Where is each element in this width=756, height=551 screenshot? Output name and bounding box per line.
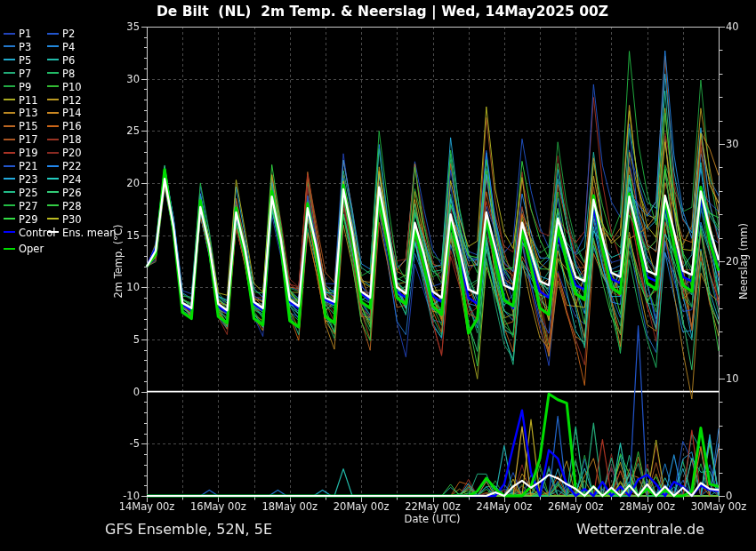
legend-item-p8-label: P8 — [62, 68, 75, 80]
legend-item-p4: P4 — [47, 41, 75, 53]
legend-item-p25-label: P25 — [19, 187, 38, 199]
legend-item-p6-swatch — [47, 59, 59, 60]
legend-item-oper: Oper — [4, 243, 44, 255]
legend-item-ens-mean-label: Ens. mean — [62, 227, 116, 239]
legend-item-p30: P30 — [47, 213, 82, 226]
legend-item-p24: P24 — [47, 173, 82, 186]
precip-tick-10: 10 — [726, 372, 739, 385]
legend-item-p13: P13 — [4, 107, 38, 119]
legend-item-p8-swatch — [47, 72, 59, 74]
temp-tick-25: 25 — [109, 124, 140, 137]
legend-item-p27: P27 — [4, 200, 38, 212]
legend-item-p9: P9 — [4, 81, 31, 93]
y-axis-label-right: Neerslag (mm) — [737, 223, 750, 299]
x-tick-0: 14May 00z — [109, 500, 184, 513]
legend-item-p11-label: P11 — [19, 94, 38, 107]
legend-item-p14-label: P14 — [62, 107, 82, 119]
legend-item-p18-label: P18 — [62, 133, 82, 146]
x-tick-48: 16May 00z — [181, 500, 255, 513]
site-credit-text: Wetterzentrale.de — [576, 521, 704, 538]
legend-item-p2-label: P2 — [62, 28, 75, 40]
legend-item-p18-swatch — [47, 139, 59, 140]
legend-item-p13-label: P13 — [19, 107, 38, 119]
temp-tick-30: 30 — [109, 73, 140, 85]
legend-item-p30-label: P30 — [62, 213, 82, 226]
legend-item-ens-mean: Ens. mean — [47, 227, 116, 239]
legend-item-p12: P12 — [47, 94, 82, 107]
legend-item-p22-swatch — [47, 165, 59, 167]
legend-item-p3-label: P3 — [19, 41, 31, 53]
legend-item-p16: P16 — [47, 120, 82, 132]
legend-item-p7-swatch — [4, 72, 15, 74]
legend-item-p4-label: P4 — [62, 41, 75, 53]
legend-item-p29-label: P29 — [19, 213, 38, 226]
model-info-text: GFS Ensemble, 52N, 5E — [105, 521, 272, 538]
legend-item-p24-label: P24 — [62, 173, 82, 186]
legend-item-p16-swatch — [47, 125, 59, 127]
legend-item-p3-swatch — [4, 45, 15, 47]
legend-item-p23-label: P23 — [19, 173, 38, 186]
x-tick-288: 26May 00z — [538, 500, 613, 513]
legend-item-p9-swatch — [4, 85, 15, 87]
legend-item-p26: P26 — [47, 187, 82, 199]
legend-item-p25: P25 — [4, 187, 38, 199]
temp-tick-0: 0 — [109, 386, 140, 398]
legend-item-p10-label: P10 — [62, 81, 82, 93]
legend-item-p21: P21 — [4, 160, 38, 172]
legend-item-p20: P20 — [47, 147, 82, 159]
legend-item-p21-label: P21 — [19, 160, 38, 172]
temp-tick-5: 5 — [109, 333, 140, 346]
legend-item-p15-swatch — [4, 125, 15, 127]
x-axis-label: Date (UTC) — [388, 513, 477, 525]
legend-item-p14-swatch — [47, 112, 59, 114]
legend-item-ens-mean-swatch — [47, 231, 59, 233]
x-tick-96: 18May 00z — [253, 500, 327, 513]
precip-tick-40: 40 — [726, 20, 739, 33]
legend-item-p12-swatch — [47, 99, 59, 100]
chart-title: De Bilt (NL) 2m Temp. & Neerslag | Wed, … — [89, 4, 676, 20]
legend-item-p16-label: P16 — [62, 120, 82, 132]
legend-item-p30-swatch — [47, 218, 59, 220]
legend-item-p19: P19 — [4, 147, 38, 159]
legend-item-p19-swatch — [4, 152, 15, 154]
legend-item-p17: P17 — [4, 133, 38, 146]
legend-item-p10: P10 — [47, 81, 82, 93]
legend-item-p26-label: P26 — [62, 187, 82, 199]
legend-item-p27-label: P27 — [19, 200, 38, 212]
legend-item-p8: P8 — [47, 68, 75, 80]
legend-item-p15: P15 — [4, 120, 38, 132]
legend-item-p20-swatch — [47, 152, 59, 154]
legend-item-p6: P6 — [47, 54, 75, 67]
legend-item-p17-label: P17 — [19, 133, 38, 146]
legend-item-p12-label: P12 — [62, 94, 82, 107]
legend-item-p1-label: P1 — [19, 28, 31, 40]
legend-item-control-swatch — [4, 231, 15, 233]
legend-item-p15-label: P15 — [19, 120, 38, 132]
x-tick-240: 24May 00z — [467, 500, 542, 513]
legend-item-p20-label: P20 — [62, 147, 82, 159]
legend-item-p5-label: P5 — [19, 54, 31, 67]
legend-item-p26-swatch — [47, 191, 59, 193]
legend-item-p1-swatch — [4, 33, 15, 35]
legend-item-p18: P18 — [47, 133, 82, 146]
legend-item-oper-swatch — [4, 248, 15, 250]
legend-item-p4-swatch — [47, 45, 59, 47]
legend-item-p22: P22 — [47, 160, 82, 172]
legend-item-p14: P14 — [47, 107, 82, 119]
legend-item-p2-swatch — [47, 33, 59, 35]
legend-item-p25-swatch — [4, 191, 15, 193]
legend-item-p23: P23 — [4, 173, 38, 186]
temp-tick-35: 35 — [109, 20, 140, 33]
legend-item-p29: P29 — [4, 213, 38, 226]
legend-item-p5: P5 — [4, 54, 31, 67]
legend-item-p3: P3 — [4, 41, 31, 53]
legend-item-p6-label: P6 — [62, 54, 75, 67]
legend-item-p1: P1 — [4, 28, 31, 40]
legend-item-p28: P28 — [47, 200, 82, 212]
legend-item-p27-swatch — [4, 204, 15, 206]
y-axis-label-left: 2m Temp. (°C) — [112, 225, 125, 299]
legend-item-p13-swatch — [4, 112, 15, 114]
legend-item-p22-label: P22 — [62, 160, 82, 172]
x-tick-144: 20May 00z — [324, 500, 398, 513]
legend-item-p21-swatch — [4, 165, 15, 167]
